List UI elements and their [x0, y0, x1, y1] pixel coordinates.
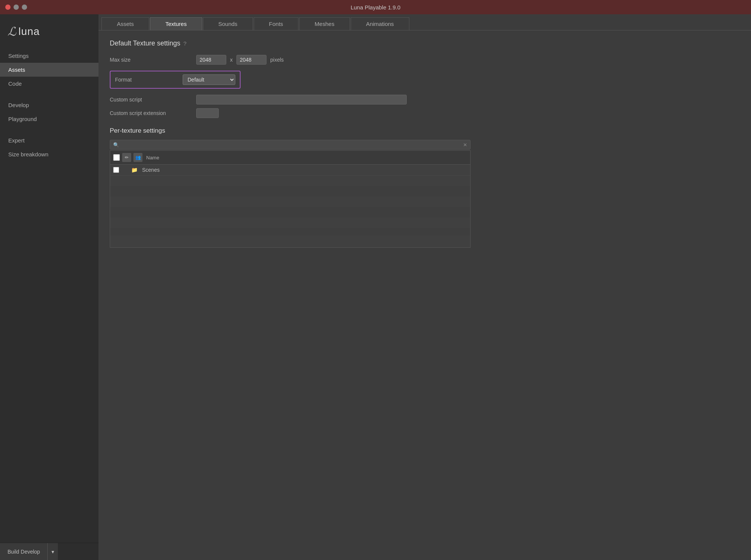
format-row: Format Default RGBA RGB PNG JPEG: [110, 71, 241, 89]
build-button[interactable]: Build Develop: [0, 543, 48, 560]
bottom-bar: Build Develop ▾: [0, 543, 98, 560]
sidebar-item-label: Assets: [8, 67, 25, 73]
build-dropdown-button[interactable]: ▾: [48, 543, 58, 560]
tab-sounds[interactable]: Sounds: [203, 17, 253, 30]
sidebar-item-label: Code: [8, 80, 22, 87]
chevron-down-icon: ▾: [51, 549, 54, 555]
logo: ℒ luna: [8, 26, 91, 38]
search-icon: 🔍: [113, 142, 119, 148]
per-texture-section-title: Per-texture settings: [110, 127, 740, 135]
format-select[interactable]: Default RGBA RGB PNG JPEG: [183, 74, 235, 85]
file-table-header: ✏ 👥 Name: [110, 151, 470, 165]
max-size-label: Max size: [110, 57, 192, 63]
row-checkbox[interactable]: [113, 167, 119, 173]
main-content: Assets Textures Sounds Fonts Meshes Anim…: [98, 14, 751, 560]
sidebar: ℒ luna Settings Assets Code Develop Play…: [0, 14, 98, 560]
logo-text: luna: [18, 26, 40, 38]
max-size-row: Max size x pixels: [110, 55, 740, 65]
select-all-checkbox[interactable]: [113, 154, 120, 161]
custom-script-row: Custom script: [110, 95, 740, 104]
sidebar-item-label: Playground: [8, 116, 37, 122]
tab-assets[interactable]: Assets: [101, 17, 149, 30]
sidebar-item-label: Settings: [8, 53, 29, 59]
empty-table-rows: [110, 176, 470, 236]
maximize-button[interactable]: [22, 5, 27, 10]
pixels-label: pixels: [270, 57, 284, 63]
table-row[interactable]: 📁 Scenes: [110, 165, 470, 176]
search-bar: 🔍 ✕: [110, 140, 471, 150]
sidebar-item-assets[interactable]: Assets: [0, 63, 98, 77]
sidebar-item-develop[interactable]: Develop: [0, 98, 98, 112]
sidebar-item-label: Expert: [8, 137, 24, 144]
pencil-icon: ✏: [125, 155, 129, 160]
custom-script-label: Custom script: [110, 97, 192, 103]
close-button[interactable]: [5, 5, 11, 10]
folder-icon: 📁: [131, 167, 138, 173]
custom-script-input[interactable]: [196, 95, 407, 104]
pencil-icon-button[interactable]: ✏: [122, 153, 131, 162]
custom-script-ext-input[interactable]: [196, 108, 219, 118]
size-x-separator: x: [230, 57, 233, 63]
tab-fonts[interactable]: Fonts: [254, 17, 299, 30]
content-area: Default Texture settings ? Max size x pi…: [98, 30, 751, 560]
logo-area: ℒ luna: [0, 18, 98, 49]
app-body: ℒ luna Settings Assets Code Develop Play…: [0, 14, 751, 560]
sidebar-nav: Settings Assets Code Develop Playground …: [0, 49, 98, 543]
people-icon-button[interactable]: 👥: [133, 153, 142, 162]
max-size-width-input[interactable]: [196, 55, 226, 65]
tab-animations[interactable]: Animations: [351, 17, 409, 30]
tab-textures[interactable]: Textures: [150, 17, 202, 30]
custom-script-ext-row: Custom script extension: [110, 108, 740, 118]
traffic-lights: [5, 5, 27, 10]
sidebar-item-settings[interactable]: Settings: [0, 49, 98, 63]
minimize-button[interactable]: [14, 5, 19, 10]
sidebar-item-size-breakdown[interactable]: Size breakdown: [0, 147, 98, 161]
sidebar-item-expert[interactable]: Expert: [0, 133, 98, 147]
titlebar: Luna Playable 1.9.0: [0, 0, 751, 14]
search-input[interactable]: [121, 142, 463, 148]
format-label: Format: [115, 77, 183, 83]
tab-meshes[interactable]: Meshes: [299, 17, 350, 30]
logo-icon: ℒ: [8, 26, 16, 38]
file-table-body: 📁 Scenes: [110, 165, 470, 247]
file-name: Scenes: [142, 167, 160, 173]
window-title: Luna Playable 1.9.0: [351, 4, 401, 11]
custom-script-ext-label: Custom script extension: [110, 110, 192, 116]
tabs-bar: Assets Textures Sounds Fonts Meshes Anim…: [98, 14, 751, 30]
people-icon: 👥: [135, 155, 141, 160]
sidebar-item-label: Develop: [8, 102, 29, 108]
sidebar-item-playground[interactable]: Playground: [0, 112, 98, 126]
help-icon[interactable]: ?: [183, 40, 186, 47]
sidebar-item-code[interactable]: Code: [0, 77, 98, 91]
default-texture-section-title: Default Texture settings ?: [110, 39, 740, 47]
sidebar-item-label: Size breakdown: [8, 151, 48, 157]
max-size-height-input[interactable]: [236, 55, 266, 65]
name-column-header: Name: [146, 155, 159, 160]
clear-search-icon[interactable]: ✕: [463, 142, 467, 148]
file-table: ✏ 👥 Name 📁 Scenes: [110, 150, 471, 248]
